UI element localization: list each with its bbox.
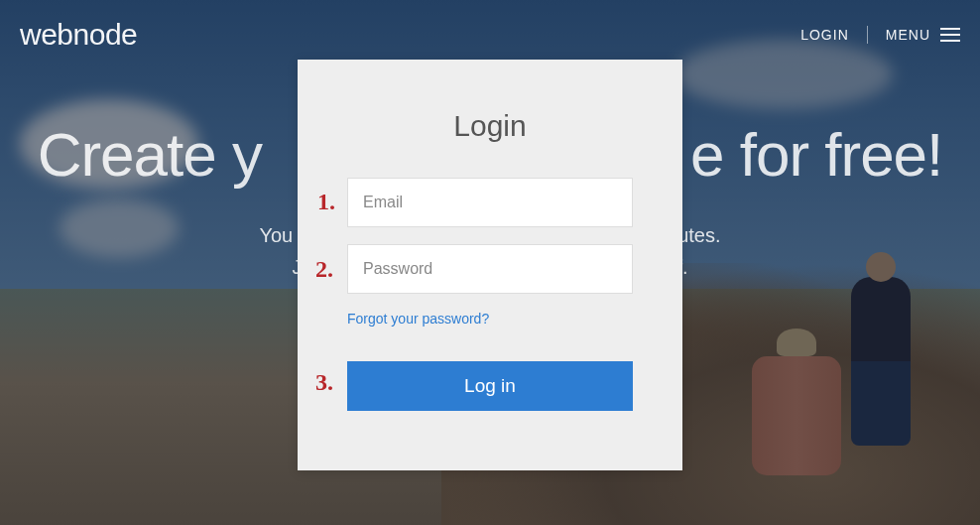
hero-title-left: Create y [38,120,262,189]
login-button[interactable]: Log in [347,361,633,411]
login-modal-title: Login [347,109,633,143]
header-menu-label: MENU [886,27,930,43]
password-field[interactable] [347,244,633,294]
brand-logo[interactable]: webnode [20,18,137,52]
header-menu-button[interactable]: MENU [886,27,960,43]
login-modal: Login Forgot your password? Log in [298,60,682,470]
header-login-link[interactable]: LOGIN [800,27,849,43]
hero-title-right: e for free! [690,120,942,189]
email-field[interactable] [347,178,633,227]
forgot-password-link[interactable]: Forgot your password? [347,311,633,327]
header-divider [867,26,868,44]
header-right: LOGIN MENU [800,26,960,44]
hamburger-icon [940,28,960,42]
